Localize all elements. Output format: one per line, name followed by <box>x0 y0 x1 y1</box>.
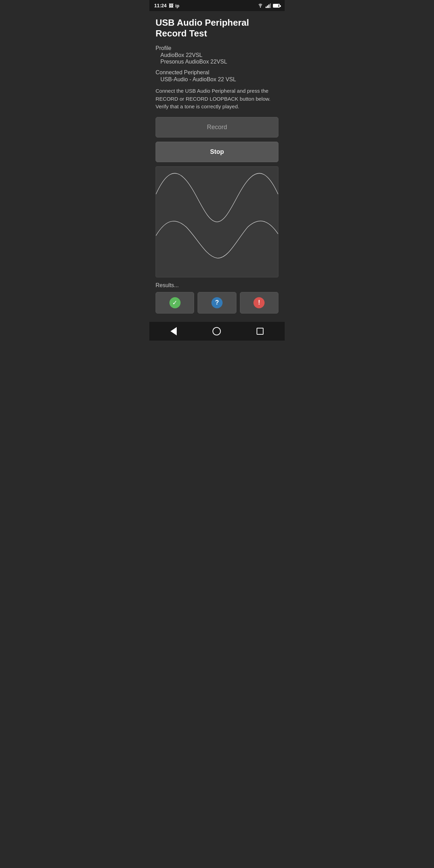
stop-button[interactable]: Stop <box>156 142 278 162</box>
instruction-text: Connect the USB Audio Peripheral and pre… <box>156 87 278 111</box>
time-display: 11:24 <box>154 3 167 8</box>
main-content: USB Audio Peripheral Record Test Profile… <box>149 11 285 322</box>
peripheral-section: Connected Peripheral USB-Audio - AudioBo… <box>156 69 278 83</box>
peripheral-value: USB-Audio - AudioBox 22 VSL <box>156 76 278 83</box>
wifi-icon <box>257 3 264 8</box>
back-button[interactable] <box>168 324 180 338</box>
status-bar: 11:24 🖼 ip <box>149 0 285 11</box>
signal-icon <box>266 3 271 8</box>
result-unknown-button[interactable]: ? <box>198 292 236 314</box>
recent-icon <box>257 328 264 335</box>
question-icon: ? <box>211 297 223 308</box>
photo-icon: 🖼 <box>169 3 173 8</box>
status-left: 11:24 🖼 ip <box>154 3 179 8</box>
page-title: USB Audio Peripheral Record Test <box>156 17 278 39</box>
back-icon <box>170 327 177 335</box>
profile-section: Profile AudioBox 22VSL Presonus AudioBox… <box>156 45 278 65</box>
peripheral-label: Connected Peripheral <box>156 69 278 76</box>
results-label: Results... <box>156 282 278 289</box>
battery-icon <box>273 4 280 8</box>
home-icon <box>212 327 221 335</box>
check-icon: ✓ <box>169 297 181 308</box>
exclaim-icon: ! <box>253 297 265 308</box>
profile-label: Profile <box>156 45 278 51</box>
nav-bar <box>149 322 285 341</box>
result-fail-button[interactable]: ! <box>240 292 278 314</box>
profile-line1: AudioBox 22VSL <box>156 52 278 58</box>
result-pass-button[interactable]: ✓ <box>156 292 194 314</box>
profile-line2: Presonus AudioBox 22VSL <box>156 59 278 65</box>
waveform-display <box>156 166 278 277</box>
recent-button[interactable] <box>254 325 266 337</box>
home-button[interactable] <box>210 324 224 338</box>
ip-label: ip <box>175 3 180 8</box>
result-buttons: ✓ ? ! <box>156 292 278 314</box>
svg-point-0 <box>260 7 261 8</box>
record-button[interactable]: Record <box>156 117 278 137</box>
status-right <box>257 3 280 8</box>
